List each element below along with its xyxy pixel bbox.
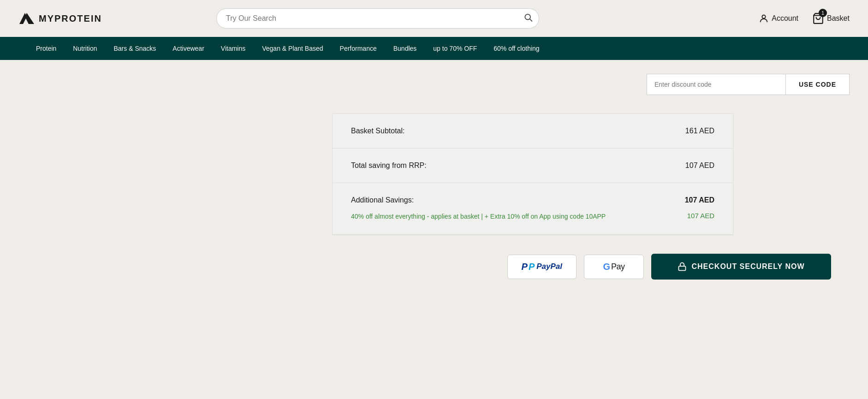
logo: MYPROTEIN — [18, 10, 102, 27]
rrp-label: Total saving from RRP: — [351, 161, 427, 170]
gpay-label: Pay — [611, 262, 625, 272]
additional-savings-value: 107 AED — [685, 196, 714, 204]
nav-item-clothing[interactable]: 60% off clothing — [485, 37, 547, 60]
promo-detail: 40% off almost everything - applies at b… — [351, 212, 714, 221]
nav-item-vitamins[interactable]: Vitamins — [213, 37, 254, 60]
payment-row: PP PayPal G Pay CHECKOUT SECURELY NOW — [18, 240, 850, 280]
lock-icon — [678, 262, 687, 271]
nav-item-nutrition[interactable]: Nutrition — [65, 37, 105, 60]
logo-icon — [18, 10, 35, 27]
header-right: Account 1 Basket — [759, 12, 850, 24]
rrp-value: 107 AED — [685, 161, 714, 170]
gpay-button[interactable]: G Pay — [584, 255, 644, 279]
discount-row: USE CODE — [18, 74, 850, 95]
svg-point-2 — [525, 14, 530, 20]
discount-input-wrap: USE CODE — [647, 74, 850, 95]
nav-item-sale[interactable]: up to 70% OFF — [425, 37, 485, 60]
basket-link[interactable]: 1 Basket — [812, 12, 850, 24]
main-content: USE CODE Basket Subtotal: 161 AED Total … — [0, 60, 868, 399]
svg-marker-0 — [19, 13, 27, 24]
promo-amount: 107 AED — [687, 212, 714, 220]
nav-bar: Protein Nutrition Bars & Snacks Activewe… — [0, 37, 868, 60]
checkout-label: CHECKOUT SECURELY NOW — [691, 262, 804, 271]
logo-text: MYPROTEIN — [39, 13, 102, 24]
basket-badge: 1 — [819, 9, 827, 17]
gpay-g-icon: G — [603, 262, 610, 272]
svg-point-4 — [762, 15, 766, 18]
search-bar — [216, 8, 539, 29]
nav-item-performance[interactable]: Performance — [332, 37, 385, 60]
nav-item-protein[interactable]: Protein — [28, 37, 65, 60]
search-button[interactable] — [523, 13, 533, 24]
subtotal-row: Basket Subtotal: 161 AED — [333, 114, 733, 149]
nav-item-activewear[interactable]: Activewear — [164, 37, 212, 60]
svg-rect-6 — [679, 266, 686, 270]
paypal-icon: PP — [522, 262, 535, 272]
search-input[interactable] — [216, 8, 539, 29]
order-summary: Basket Subtotal: 161 AED Total saving fr… — [332, 113, 733, 235]
account-link[interactable]: Account — [759, 13, 798, 24]
subtotal-label: Basket Subtotal: — [351, 127, 405, 135]
nav-item-bars-snacks[interactable]: Bars & Snacks — [106, 37, 165, 60]
account-label: Account — [772, 14, 798, 23]
rrp-row: Total saving from RRP: 107 AED — [333, 149, 733, 183]
svg-line-3 — [530, 19, 532, 21]
additional-savings-row: Additional Savings: 107 AED 40% off almo… — [333, 183, 733, 235]
account-icon — [759, 13, 769, 24]
checkout-button[interactable]: CHECKOUT SECURELY NOW — [651, 254, 831, 280]
promo-text: 40% off almost everything - applies at b… — [351, 212, 606, 221]
search-icon — [523, 13, 533, 22]
paypal-label: PayPal — [536, 262, 562, 271]
discount-code-input[interactable] — [647, 74, 785, 95]
additional-savings-top: Additional Savings: 107 AED — [351, 196, 714, 204]
basket-label: Basket — [827, 14, 850, 23]
paypal-button[interactable]: PP PayPal — [507, 255, 577, 279]
subtotal-value: 161 AED — [685, 127, 714, 135]
svg-marker-1 — [25, 13, 34, 24]
additional-savings-label: Additional Savings: — [351, 196, 414, 204]
use-code-button[interactable]: USE CODE — [785, 74, 849, 95]
header: MYPROTEIN Account 1 Basket — [0, 0, 868, 37]
nav-item-vegan[interactable]: Vegan & Plant Based — [254, 37, 331, 60]
nav-item-bundles[interactable]: Bundles — [385, 37, 425, 60]
